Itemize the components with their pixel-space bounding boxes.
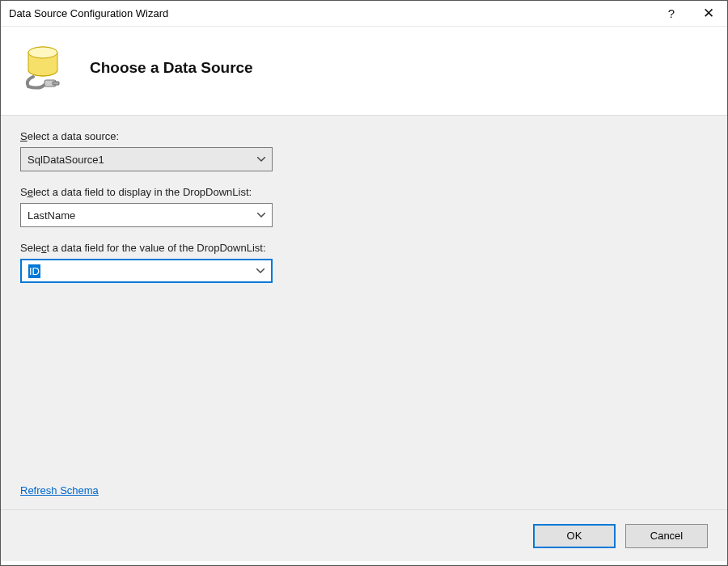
datasource-value: SqlDataSource1 (21, 154, 251, 166)
displayfield-row: Select a data field to display in the Dr… (20, 186, 708, 227)
refresh-schema-link[interactable]: Refresh Schema (20, 484, 99, 496)
valuefield-select[interactable]: ID (20, 259, 273, 283)
datasource-row: Select a data source: SqlDataSource1 (20, 130, 708, 171)
cancel-button-label: Cancel (650, 530, 683, 542)
wizard-footer: OK Cancel (1, 509, 727, 561)
titlebar: Data Source Configuration Wizard ? ✕ (1, 1, 727, 27)
chevron-down-icon (251, 148, 272, 171)
help-button[interactable]: ? (653, 1, 690, 27)
displayfield-label: Select a data field to display in the Dr… (20, 186, 708, 198)
close-button[interactable]: ✕ (690, 1, 727, 27)
valuefield-label: Select a data field for the value of the… (20, 242, 708, 254)
svg-rect-3 (53, 82, 59, 85)
chevron-down-icon (251, 204, 272, 226)
cancel-button[interactable]: Cancel (625, 524, 708, 548)
ok-button-label: OK (567, 530, 582, 542)
valuefield-value: ID (22, 265, 250, 277)
displayfield-select[interactable]: LastName (20, 203, 273, 227)
close-icon: ✕ (703, 5, 714, 22)
datasource-icon (20, 41, 70, 94)
help-icon: ? (668, 6, 675, 20)
wizard-title: Choose a Data Source (90, 59, 253, 77)
svg-point-1 (28, 47, 57, 58)
chevron-down-icon (250, 260, 271, 281)
datasource-label: Select a data source: (20, 130, 708, 142)
ok-button[interactable]: OK (533, 524, 616, 548)
wizard-header: Choose a Data Source (1, 27, 727, 115)
displayfield-value: LastName (21, 209, 251, 222)
wizard-content: Select a data source: SqlDataSource1 Sel… (1, 115, 727, 509)
valuefield-row: Select a data field for the value of the… (20, 242, 708, 283)
datasource-select[interactable]: SqlDataSource1 (20, 147, 273, 171)
window-title: Data Source Configuration Wizard (9, 7, 653, 19)
